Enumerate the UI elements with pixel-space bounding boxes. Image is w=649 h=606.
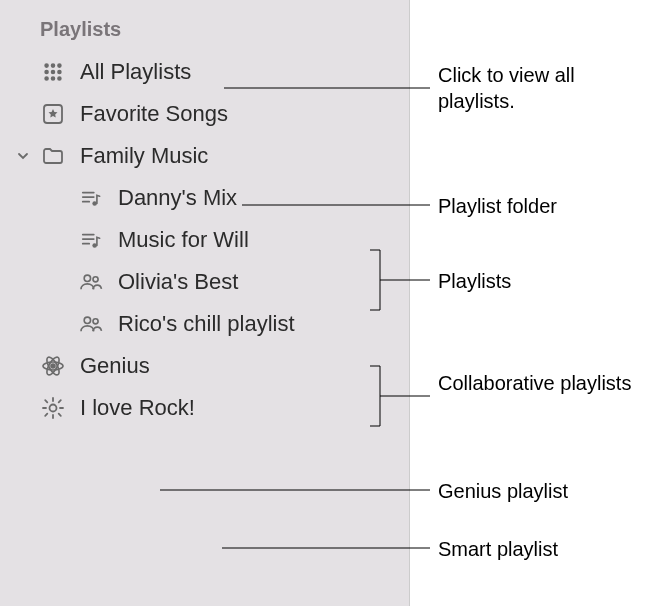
svg-point-8 [58, 77, 61, 80]
sidebar-item-family-music[interactable]: Family Music [0, 135, 409, 177]
people-icon [78, 311, 104, 337]
sidebar-item-ricos-chill[interactable]: Rico's chill playlist [0, 303, 409, 345]
sidebar-header: Playlists [0, 18, 409, 51]
svg-point-26 [50, 405, 57, 412]
annotation-all-playlists: Click to view all playlists. [438, 62, 649, 114]
playlist-icon [78, 227, 104, 253]
sidebar-item-label: Family Music [80, 143, 208, 169]
sidebar-item-label: All Playlists [80, 59, 191, 85]
people-icon [78, 269, 104, 295]
sidebar-item-olivias-best[interactable]: Olivia's Best [0, 261, 409, 303]
chevron-down-icon[interactable] [16, 149, 30, 163]
folder-icon [40, 143, 66, 169]
svg-point-6 [45, 77, 48, 80]
svg-point-18 [84, 275, 90, 281]
gear-icon [40, 395, 66, 421]
annotations: Click to view all playlists. Playlist fo… [410, 0, 649, 606]
sidebar-item-music-for-will[interactable]: Music for Will [0, 219, 409, 261]
svg-point-19 [93, 277, 98, 282]
sidebar-item-favorite-songs[interactable]: Favorite Songs [0, 93, 409, 135]
annotation-genius: Genius playlist [438, 478, 568, 504]
svg-point-3 [45, 71, 48, 74]
annotation-folder: Playlist folder [438, 193, 557, 219]
svg-point-5 [58, 71, 61, 74]
annotation-collab: Collaborative playlists [438, 370, 631, 396]
star-icon [40, 101, 66, 127]
sidebar-item-label: Rico's chill playlist [118, 311, 295, 337]
annotation-playlists: Playlists [438, 268, 511, 294]
svg-point-7 [52, 77, 55, 80]
sidebar-item-label: Olivia's Best [118, 269, 238, 295]
svg-point-20 [84, 317, 90, 323]
svg-point-22 [51, 364, 55, 368]
svg-point-2 [58, 64, 61, 67]
sidebar-item-i-love-rock[interactable]: I love Rock! [0, 387, 409, 429]
sidebar-item-dannys-mix[interactable]: Danny's Mix [0, 177, 409, 219]
grid-icon [40, 59, 66, 85]
annotation-smart: Smart playlist [438, 536, 558, 562]
sidebar-item-label: Genius [80, 353, 150, 379]
svg-point-21 [93, 319, 98, 324]
svg-point-4 [52, 71, 55, 74]
playlist-icon [78, 185, 104, 211]
svg-point-0 [45, 64, 48, 67]
sidebar-item-label: Music for Will [118, 227, 249, 253]
svg-point-1 [52, 64, 55, 67]
sidebar-item-genius[interactable]: Genius [0, 345, 409, 387]
sidebar-item-label: Favorite Songs [80, 101, 228, 127]
sidebar-item-label: I love Rock! [80, 395, 195, 421]
sidebar-item-label: Danny's Mix [118, 185, 237, 211]
atom-icon [40, 353, 66, 379]
sidebar-item-all-playlists[interactable]: All Playlists [0, 51, 409, 93]
playlists-sidebar: Playlists All Playlists Favorite Songs [0, 0, 410, 606]
